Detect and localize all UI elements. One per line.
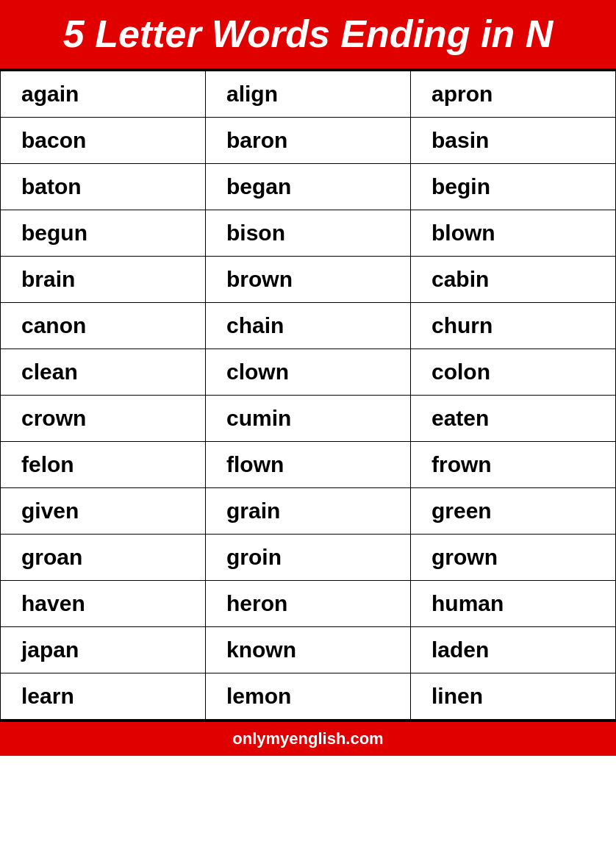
word-cell: frown [411, 442, 616, 488]
word-cell: known [206, 627, 411, 673]
page-header: 5 Letter Words Ending in N [0, 0, 616, 68]
word-cell: human [411, 581, 616, 627]
word-cell: blown [411, 210, 616, 257]
word-cell: cumin [206, 396, 411, 442]
word-cell: groan [1, 535, 206, 581]
word-cell: laden [411, 627, 616, 673]
table-row: brainbrowncabin [1, 257, 616, 303]
word-cell: japan [1, 627, 206, 673]
table-row: japanknownladen [1, 627, 616, 673]
word-cell: clown [206, 349, 411, 396]
table-row: cleanclowncolon [1, 349, 616, 396]
word-cell: linen [411, 673, 616, 720]
footer-text: onlymyenglish.com [232, 729, 383, 748]
word-table: againalignapronbaconbaronbasinbatonbegan… [0, 71, 616, 720]
word-cell: bison [206, 210, 411, 257]
table-row: givengraingreen [1, 488, 616, 535]
word-cell: brain [1, 257, 206, 303]
word-cell: grain [206, 488, 411, 535]
table-row: crowncumineaten [1, 396, 616, 442]
word-cell: colon [411, 349, 616, 396]
page-footer: onlymyenglish.com [0, 722, 616, 756]
word-cell: eaten [411, 396, 616, 442]
word-table-container: againalignapronbaconbaronbasinbatonbegan… [0, 68, 616, 722]
word-cell: churn [411, 303, 616, 349]
word-cell: chain [206, 303, 411, 349]
table-row: againalignapron [1, 71, 616, 118]
table-row: baconbaronbasin [1, 118, 616, 164]
word-cell: grown [411, 535, 616, 581]
word-cell: groin [206, 535, 411, 581]
table-row: batonbeganbegin [1, 164, 616, 210]
word-cell: clean [1, 349, 206, 396]
table-row: groangroingrown [1, 535, 616, 581]
word-cell: canon [1, 303, 206, 349]
word-cell: flown [206, 442, 411, 488]
word-cell: baton [1, 164, 206, 210]
word-cell: felon [1, 442, 206, 488]
page-title: 5 Letter Words Ending in N [15, 13, 601, 55]
word-cell: haven [1, 581, 206, 627]
word-cell: began [206, 164, 411, 210]
table-row: learnlemonlinen [1, 673, 616, 720]
word-cell: baron [206, 118, 411, 164]
table-row: canonchainchurn [1, 303, 616, 349]
word-cell: green [411, 488, 616, 535]
word-cell: bacon [1, 118, 206, 164]
word-cell: align [206, 71, 411, 118]
word-cell: brown [206, 257, 411, 303]
word-cell: heron [206, 581, 411, 627]
word-cell: learn [1, 673, 206, 720]
word-cell: crown [1, 396, 206, 442]
table-row: felonflownfrown [1, 442, 616, 488]
word-cell: given [1, 488, 206, 535]
word-cell: again [1, 71, 206, 118]
table-row: havenheronhuman [1, 581, 616, 627]
word-cell: apron [411, 71, 616, 118]
word-cell: cabin [411, 257, 616, 303]
word-cell: begun [1, 210, 206, 257]
table-row: begunbisonblown [1, 210, 616, 257]
word-cell: basin [411, 118, 616, 164]
word-cell: begin [411, 164, 616, 210]
word-cell: lemon [206, 673, 411, 720]
